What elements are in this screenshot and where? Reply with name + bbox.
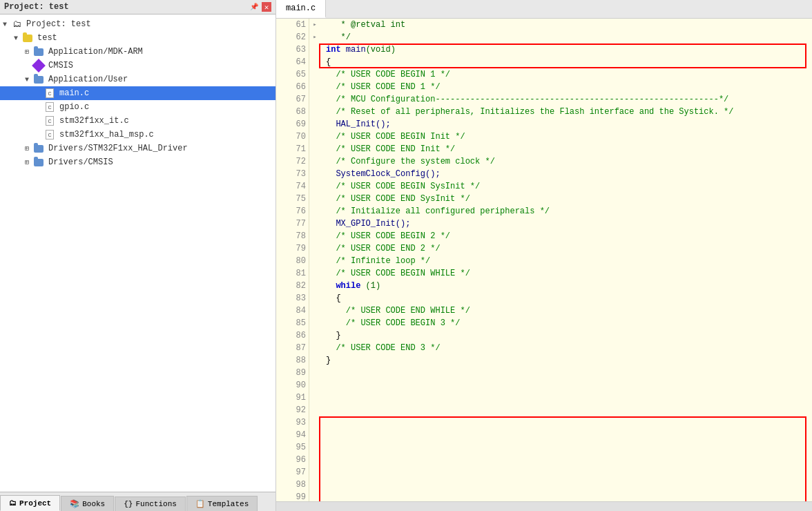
line-num-89: 89 bbox=[279, 367, 306, 379]
line-num-87: 87 bbox=[279, 342, 306, 354]
tree-icon-cfile: C bbox=[44, 88, 55, 99]
line-num-63: 63 bbox=[279, 44, 306, 56]
expand-icon-app-mdk[interactable]: ⊞ bbox=[25, 48, 32, 56]
tree-icon-folder-blue bbox=[33, 74, 44, 85]
line-num-64: 64 bbox=[279, 56, 306, 68]
tree-label-app-user: Application/User bbox=[48, 75, 128, 84]
code-area[interactable]: 6162636465666768697071727374757677787980… bbox=[276, 19, 812, 501]
expand-icon-test[interactable]: ▼ bbox=[14, 35, 21, 42]
code-line-64: { bbox=[320, 56, 812, 68]
editor-tab-label: main.c bbox=[286, 3, 316, 13]
code-line-76: /* USER CODE END Init */ bbox=[320, 143, 812, 155]
line-num-90: 90 bbox=[279, 379, 306, 392]
code-line-62: */ bbox=[320, 31, 812, 44]
tree-item-stm32f1xx-hal-msp-c[interactable]: Cstm32f1xx_hal_msp.c bbox=[0, 128, 276, 142]
code-line-71: /* Reset of all peripherals, Initializes… bbox=[320, 106, 812, 118]
code-line-65: /* USER CODE BEGIN 1 */ bbox=[320, 68, 812, 81]
line-num-76: 76 bbox=[279, 205, 306, 218]
code-line-99: /* USER CODE END 3 */ bbox=[320, 342, 812, 354]
bottom-tab-books[interactable]: 📚Books bbox=[61, 496, 114, 511]
tree-item-drivers-stm32[interactable]: ⊞Drivers/STM32F1xx_HAL_Driver bbox=[0, 142, 276, 155]
code-line-92: /* USER CODE BEGIN WHILE */ bbox=[320, 267, 812, 280]
editor-tab-main-c[interactable]: main.c bbox=[276, 0, 326, 18]
tree-icon-folder-blue bbox=[33, 157, 44, 168]
bottom-tab-templates[interactable]: 📋Templates bbox=[186, 496, 258, 511]
line-num-78: 78 bbox=[279, 230, 306, 242]
bottom-tab-project[interactable]: 🗂Project bbox=[0, 495, 60, 511]
tree-icon-cfile: C bbox=[44, 102, 55, 113]
line-num-83: 83 bbox=[279, 292, 306, 305]
tree-item-project-test[interactable]: ▼🗂Project: test bbox=[0, 17, 276, 31]
tree-icon-cfile: C bbox=[44, 115, 55, 126]
code-line-61: * @retval int bbox=[320, 19, 812, 31]
tree-item-app-user[interactable]: ▼Application/User bbox=[0, 73, 276, 86]
tree-label-drivers-cmsis: Drivers/CMSIS bbox=[48, 157, 113, 167]
line-num-74: 74 bbox=[279, 180, 306, 193]
code-line-89: /* USER CODE END 2 */ bbox=[320, 242, 812, 255]
code-column: * @retval int */int main(void){ /* USER … bbox=[320, 19, 812, 501]
tree-item-cmsis[interactable]: CMSIS bbox=[0, 59, 276, 73]
tree-label-project-test: Project: test bbox=[26, 19, 91, 29]
line-num-73: 73 bbox=[279, 168, 306, 180]
tree-item-app-mdk[interactable]: ⊞Application/MDK-ARM bbox=[0, 45, 276, 59]
line-num-61: 61 bbox=[279, 19, 306, 31]
tab-icon-templates: 📋 bbox=[195, 499, 205, 508]
fold-64[interactable]: ▸ bbox=[309, 19, 320, 31]
code-line-98: } bbox=[320, 329, 812, 342]
code-line-74: /* USER CODE BEGIN Init */ bbox=[320, 131, 812, 143]
line-num-85: 85 bbox=[279, 317, 306, 329]
code-line-72: HAL_Init(); bbox=[320, 118, 812, 131]
tab-label-books: Books bbox=[82, 500, 105, 508]
bottom-tabs: 🗂Project📚Books{}Functions📋Templates bbox=[0, 492, 276, 511]
expand-icon-drivers-stm32[interactable]: ⊞ bbox=[25, 144, 32, 153]
line-num-99: 99 bbox=[279, 491, 306, 501]
tree-item-gpio-c[interactable]: Cgpio.c bbox=[0, 100, 276, 114]
line-num-75: 75 bbox=[279, 193, 306, 205]
line-num-88: 88 bbox=[279, 354, 306, 367]
tree-label-gpio-c: gpio.c bbox=[59, 102, 89, 112]
close-button[interactable]: ✕ bbox=[262, 2, 271, 12]
line-num-77: 77 bbox=[279, 218, 306, 230]
tree-label-stm32f1xx-it-c: stm32f1xx_it.c bbox=[59, 116, 129, 126]
line-num-96: 96 bbox=[279, 454, 306, 466]
tab-label-functions: Functions bbox=[135, 500, 176, 508]
line-num-92: 92 bbox=[279, 404, 306, 416]
code-line-63: int main(void) bbox=[320, 44, 812, 56]
line-num-72: 72 bbox=[279, 155, 306, 168]
scrollbar-bottom[interactable] bbox=[276, 501, 812, 511]
expand-icon-project-test[interactable]: ▼ bbox=[3, 21, 10, 28]
code-line-86: MX_GPIO_Init(); bbox=[320, 218, 812, 230]
tree-item-main-c[interactable]: Cmain.c bbox=[0, 86, 276, 100]
tree-item-drivers-cmsis[interactable]: ⊞Drivers/CMSIS bbox=[0, 155, 276, 169]
line-num-67: 67 bbox=[279, 93, 306, 106]
code-line-83: /* USER CODE END SysInit */ bbox=[320, 193, 812, 205]
line-num-95: 95 bbox=[279, 441, 306, 454]
line-num-71: 71 bbox=[279, 143, 306, 155]
tree-item-test[interactable]: ▼test bbox=[0, 31, 276, 45]
project-tree: ▼🗂Project: test▼test⊞Application/MDK-ARM… bbox=[0, 15, 276, 492]
right-panel: main.c 616263646566676869707172737475767… bbox=[276, 0, 812, 511]
line-num-70: 70 bbox=[279, 131, 306, 143]
line-num-62: 62 bbox=[279, 31, 306, 44]
line-num-86: 86 bbox=[279, 329, 306, 342]
tree-icon-folder-blue bbox=[33, 46, 44, 57]
expand-icon-app-user[interactable]: ▼ bbox=[25, 76, 32, 84]
line-num-66: 66 bbox=[279, 81, 306, 93]
tree-label-app-mdk: Application/MDK-ARM bbox=[48, 47, 143, 57]
line-num-68: 68 bbox=[279, 106, 306, 118]
code-line-79: SystemClock_Config(); bbox=[320, 168, 812, 180]
expand-icon-drivers-cmsis[interactable]: ⊞ bbox=[25, 158, 32, 166]
code-line-81: /* USER CODE BEGIN SysInit */ bbox=[320, 180, 812, 193]
fold-94[interactable]: ▸ bbox=[309, 31, 320, 44]
tree-item-stm32f1xx-it-c[interactable]: Cstm32f1xx_it.c bbox=[0, 114, 276, 128]
code-line-87: /* USER CODE BEGIN 2 */ bbox=[320, 230, 812, 242]
line-num-80: 80 bbox=[279, 255, 306, 267]
line-num-93: 93 bbox=[279, 416, 306, 429]
pin-icon[interactable]: 📌 bbox=[249, 2, 259, 12]
tab-icon-books: 📚 bbox=[70, 499, 79, 508]
line-num-81: 81 bbox=[279, 267, 306, 280]
line-num-97: 97 bbox=[279, 466, 306, 479]
tree-label-test: test bbox=[37, 33, 57, 43]
code-line-69: /* MCU Configuration--------------------… bbox=[320, 93, 812, 106]
bottom-tab-functions[interactable]: {}Functions bbox=[115, 496, 186, 511]
